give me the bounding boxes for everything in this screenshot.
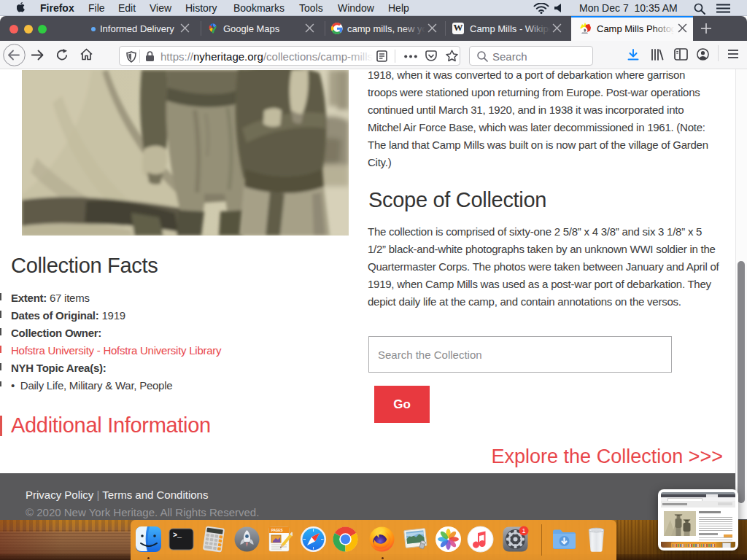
svg-text:>_: >_: [173, 532, 182, 540]
svg-text:1: 1: [522, 527, 525, 534]
svg-text:PAGES: PAGES: [271, 529, 282, 532]
